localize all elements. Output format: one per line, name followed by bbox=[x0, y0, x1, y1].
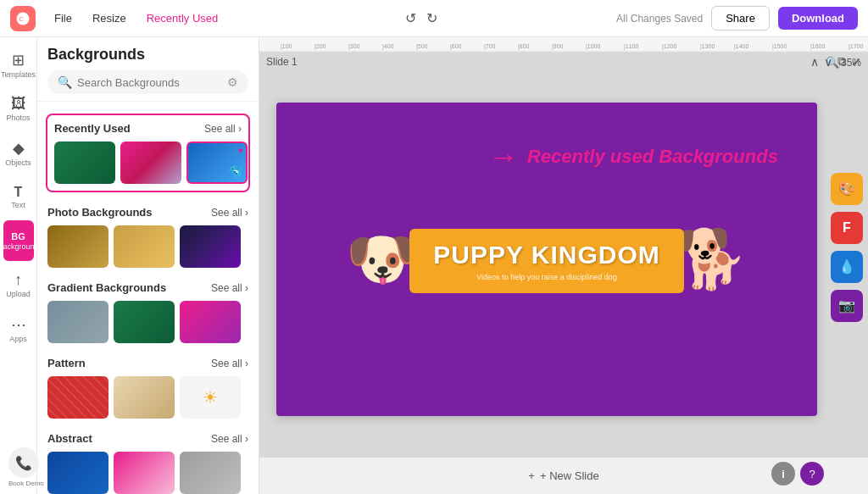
redo-button[interactable]: ↻ bbox=[426, 10, 437, 26]
thumb-pink-bg[interactable] bbox=[120, 142, 181, 184]
pattern-see-all[interactable]: See all › bbox=[211, 358, 248, 369]
file-menu[interactable]: File bbox=[46, 8, 81, 28]
save-status: All Changes Saved bbox=[616, 13, 703, 25]
pattern-header: Pattern See all › bbox=[47, 357, 248, 369]
main-layout: ⊞ Templates 🖼 Photos ◆ Objects T Text BG… bbox=[0, 37, 868, 494]
filter-icon[interactable]: ⚙ bbox=[227, 75, 238, 89]
sidebar-title: Backgrounds bbox=[47, 46, 248, 64]
share-button[interactable]: Share bbox=[711, 6, 770, 31]
templates-label: Templates bbox=[1, 71, 36, 79]
svg-text:C: C bbox=[19, 15, 25, 23]
thumb-pattern3-bg[interactable]: ☀ bbox=[180, 376, 241, 419]
recently-used-menu[interactable]: Recently Used bbox=[138, 8, 227, 28]
resize-menu[interactable]: Resize bbox=[84, 8, 135, 28]
topbar-nav: File Resize Recently Used bbox=[46, 8, 226, 28]
sidebar-item-photos[interactable]: 🖼 Photos bbox=[3, 88, 34, 129]
thumb-grad3-bg[interactable] bbox=[180, 301, 241, 343]
dog-left: 🐶 bbox=[346, 225, 418, 293]
thumb-green-bg[interactable] bbox=[54, 142, 115, 184]
font-button[interactable]: F bbox=[831, 212, 863, 244]
recently-used-see-all[interactable]: See all › bbox=[204, 123, 242, 135]
background-icon: BG bbox=[11, 231, 25, 241]
thumb-abstract1-bg[interactable] bbox=[47, 452, 108, 494]
thumb-abstract2-bg[interactable] bbox=[114, 452, 175, 494]
slide-canvas[interactable]: Invoke 🐶 PUPPY KINGDOM Videos to help yo… bbox=[276, 103, 817, 416]
new-slide-button[interactable]: + + New Slide bbox=[515, 464, 612, 487]
effects-button[interactable]: 💧 bbox=[831, 251, 863, 283]
recently-used-section: Recently Used See all › 🐬 ♥ bbox=[46, 114, 250, 192]
banner-subtitle: Videos to help you raise a disciplined d… bbox=[476, 273, 616, 281]
slide-label: Slide 1 bbox=[266, 56, 298, 68]
thumb-gold-bg[interactable] bbox=[114, 225, 175, 268]
sidebar-item-objects[interactable]: ◆ Objects bbox=[3, 132, 34, 173]
thumb-abstract3-bg[interactable] bbox=[180, 452, 241, 494]
recently-used-header: Recently Used See all › bbox=[54, 122, 242, 135]
slide-copy-button[interactable]: ⧉ bbox=[837, 54, 846, 69]
pattern-section: Pattern See all › ☀ bbox=[37, 352, 259, 427]
abstract-title: Abstract bbox=[47, 432, 92, 445]
thumb-grad2-bg[interactable] bbox=[114, 301, 175, 343]
objects-icon: ◆ bbox=[13, 139, 25, 158]
thumb-pattern1-bg[interactable] bbox=[47, 376, 108, 419]
phone-button[interactable]: 📞 bbox=[8, 447, 39, 478]
abstract-see-all[interactable]: See all › bbox=[211, 433, 248, 445]
photo-backgrounds-header: Photo Backgrounds See all › bbox=[47, 206, 248, 219]
app-logo[interactable]: C bbox=[10, 6, 36, 31]
abstract-section: Abstract See all › bbox=[37, 427, 259, 494]
abstract-header: Abstract See all › bbox=[47, 432, 248, 445]
sidebar-item-upload[interactable]: ↑ Upload bbox=[3, 264, 34, 305]
svg-text:|300: |300 bbox=[348, 43, 360, 50]
ruler: |100 |200 |300 |400 |500 |600 |700 |800 … bbox=[259, 37, 868, 53]
svg-text:|1100: |1100 bbox=[624, 43, 638, 50]
topbar-right: All Changes Saved Share Download bbox=[616, 6, 858, 31]
photo-backgrounds-section: Photo Backgrounds See all › bbox=[37, 201, 259, 276]
sidebar-item-apps[interactable]: ⋯ Apps bbox=[3, 308, 34, 349]
photo-backgrounds-title: Photo Backgrounds bbox=[47, 206, 153, 219]
search-input[interactable] bbox=[77, 76, 222, 89]
ruler-svg: |100 |200 |300 |400 |500 |600 |700 |800 … bbox=[259, 37, 868, 53]
photo-backgrounds-thumbs bbox=[47, 225, 248, 268]
banner: PUPPY KINGDOM Videos to help you raise a… bbox=[409, 229, 684, 293]
new-slide-plus: + bbox=[528, 469, 535, 482]
slide-next-button[interactable]: ∨ bbox=[824, 55, 832, 69]
svg-text:|1000: |1000 bbox=[586, 43, 600, 50]
sidebar-item-background[interactable]: BG Background bbox=[3, 220, 34, 261]
search-icon: 🔍 bbox=[58, 75, 72, 89]
media-button[interactable]: 📷 bbox=[831, 290, 863, 322]
new-slide-label: + New Slide bbox=[540, 469, 599, 482]
svg-text:|500: |500 bbox=[416, 43, 428, 50]
palette-button[interactable]: 🎨 bbox=[831, 173, 863, 205]
svg-text:|1700: |1700 bbox=[849, 43, 863, 50]
thumb-grad1-bg[interactable] bbox=[47, 301, 108, 343]
photo-backgrounds-see-all[interactable]: See all › bbox=[211, 207, 248, 219]
gradient-backgrounds-see-all[interactable]: See all › bbox=[211, 282, 248, 294]
gradient-backgrounds-section: Gradient Backgrounds See all › bbox=[37, 276, 259, 352]
thumb-wood-bg[interactable] bbox=[47, 225, 108, 268]
apps-label: Apps bbox=[9, 336, 27, 343]
sidebar-item-templates[interactable]: ⊞ Templates bbox=[3, 44, 34, 85]
svg-text:|600: |600 bbox=[450, 43, 462, 50]
slide-content: 🐶 PUPPY KINGDOM Videos to help you raise… bbox=[346, 225, 748, 293]
help-button[interactable]: ? bbox=[800, 462, 824, 486]
slide-container: Invoke 🐶 PUPPY KINGDOM Videos to help yo… bbox=[259, 53, 868, 457]
thumb-pattern2-bg[interactable] bbox=[114, 376, 175, 419]
book-demo-label: Book Demo bbox=[8, 480, 44, 487]
slide-controls: ∧ ∨ ⧉ ⤢ bbox=[810, 54, 861, 69]
undo-button[interactable]: ↺ bbox=[405, 10, 416, 26]
slide-prev-button[interactable]: ∧ bbox=[810, 55, 819, 69]
bottom-info-buttons: i ? bbox=[771, 462, 824, 486]
topbar: C File Resize Recently Used ↺ ↻ All Chan… bbox=[0, 0, 868, 37]
templates-icon: ⊞ bbox=[12, 51, 25, 69]
recently-used-thumbs: 🐬 ♥ bbox=[54, 142, 242, 184]
sidebar-panel: Backgrounds 🔍 ⚙ Recently Used See all › … bbox=[37, 37, 259, 494]
search-bar[interactable]: 🔍 ⚙ bbox=[47, 70, 248, 94]
download-button[interactable]: Download bbox=[778, 7, 858, 30]
thumb-blue-bg[interactable]: 🐬 ♥ bbox=[186, 142, 248, 184]
info-button[interactable]: i bbox=[771, 462, 795, 486]
slide-expand-button[interactable]: ⤢ bbox=[851, 55, 861, 69]
sidebar-item-text[interactable]: T Text bbox=[3, 176, 34, 217]
svg-text:|700: |700 bbox=[484, 43, 496, 50]
canvas-area: |100 |200 |300 |400 |500 |600 |700 |800 … bbox=[259, 37, 868, 494]
thumb-dark-bg[interactable] bbox=[180, 225, 241, 268]
text-icon: T bbox=[14, 185, 23, 200]
